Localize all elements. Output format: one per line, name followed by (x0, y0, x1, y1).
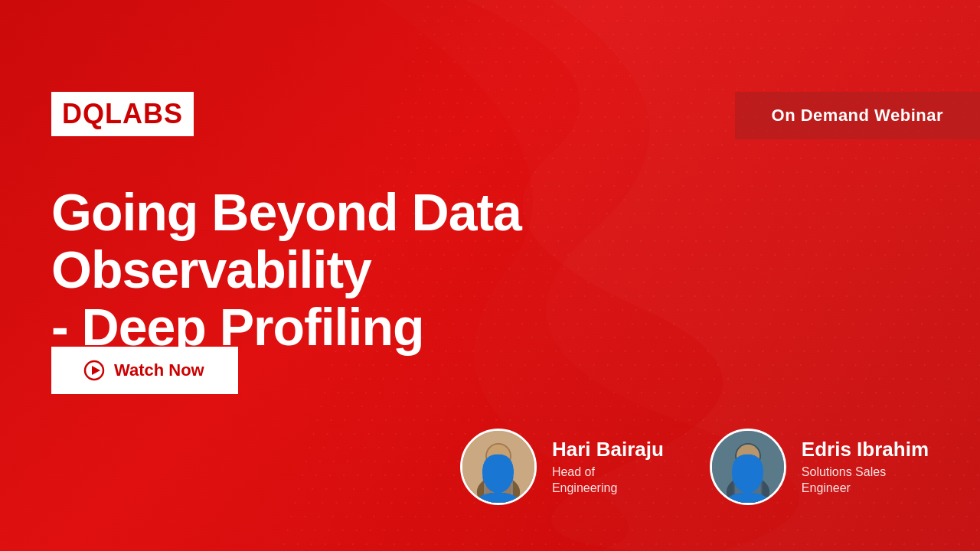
title-container: Going Beyond Data Observability - Deep P… (51, 184, 725, 355)
speakers-container: Hari Bairaju Head ofEngineering Edris Ib… (460, 429, 929, 505)
svg-marker-1 (92, 366, 100, 375)
svg-point-10 (727, 476, 769, 505)
speaker-hari-info: Hari Bairaju Head ofEngineering (552, 438, 664, 497)
svg-rect-12 (733, 467, 763, 503)
avatar-edris (710, 429, 786, 505)
avatar-hari (460, 429, 537, 505)
svg-rect-13 (735, 468, 761, 503)
main-title: Going Beyond Data Observability - Deep P… (51, 184, 725, 355)
svg-rect-8 (712, 431, 784, 503)
speaker-hari-title: Head ofEngineering (552, 465, 664, 497)
speaker-hari: Hari Bairaju Head ofEngineering (460, 429, 664, 505)
title-line1: Going Beyond Data Observability (51, 183, 521, 298)
logo-box: DQLABS (51, 92, 194, 136)
play-icon (83, 360, 105, 381)
logo-text: DQLABS (62, 98, 183, 129)
svg-point-4 (477, 476, 520, 505)
speaker-edris-title: Solutions SalesEngineer (802, 465, 916, 497)
logo-container: DQLABS (51, 92, 194, 136)
svg-rect-2 (462, 431, 534, 503)
speaker-hari-name: Hari Bairaju (552, 438, 664, 461)
watch-now-label: Watch Now (114, 360, 204, 380)
speaker-edris-info: Edris Ibrahim Solutions SalesEngineer (802, 438, 929, 497)
svg-point-5 (487, 445, 510, 468)
svg-point-11 (737, 445, 760, 468)
speaker-edris-name: Edris Ibrahim (802, 438, 929, 461)
badge-container: On Demand Webinar (735, 92, 980, 139)
on-demand-badge: On Demand Webinar (735, 92, 980, 139)
speaker-edris: Edris Ibrahim Solutions SalesEngineer (710, 429, 929, 505)
svg-rect-6 (484, 467, 513, 503)
svg-rect-7 (485, 468, 511, 503)
watch-now-button[interactable]: Watch Now (51, 347, 238, 394)
